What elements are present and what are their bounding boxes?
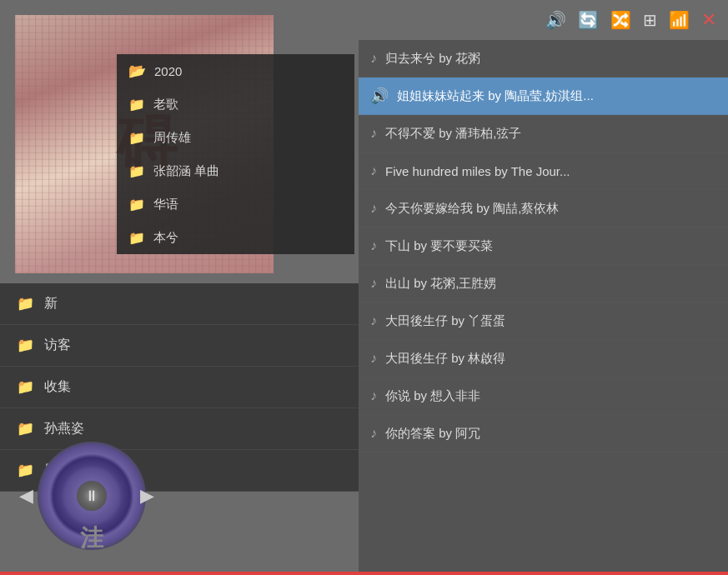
folder-icon: 📁 (17, 420, 34, 438)
folder-icon: 📁 (17, 337, 34, 354)
left-panel: 碍 📂 2020 📁 老歌 📁 周传雄 📁 张韶涵 单曲 📁 (0, 0, 359, 575)
playlist-item-label: 华语 (153, 197, 178, 212)
playlist-item-zhouchuan[interactable]: 📁 周传雄 (117, 121, 354, 154)
song-item-5[interactable]: ♪ 下山 by 要不要买菜 (359, 228, 728, 265)
note-icon: ♪ (370, 238, 377, 253)
song-item-4[interactable]: ♪ 今天你要嫁给我 by 陶喆,蔡依林 (359, 190, 728, 228)
song-item-2[interactable]: ♪ 不得不爱 by 潘玮柏,弦子 (359, 115, 728, 152)
song-list: ♪ 归去来兮 by 花粥 🔊 姐姐妹妹站起来 by 陶晶莹,妨淇组... ♪ 不… (359, 40, 728, 575)
song-item-8[interactable]: ♪ 大田後生仔 by 林啟得 (359, 340, 728, 378)
playlist-item-zhangshan[interactable]: 📁 张韶涵 单曲 (117, 154, 354, 188)
song-item-7[interactable]: ♪ 大田後生仔 by 丫蛋蛋 (359, 302, 728, 340)
playlist-item-label: 本兮 (153, 230, 178, 246)
song-item-0[interactable]: ♪ 归去来兮 by 花粥 (359, 40, 728, 78)
song-title: 出山 by 花粥,王胜娚 (385, 276, 496, 292)
repeat-icon[interactable]: 🔄 (576, 8, 600, 32)
progress-bar[interactable] (0, 572, 728, 575)
note-icon: ♪ (370, 51, 377, 66)
playlist-item-label: 2020 (154, 64, 182, 78)
note-icon: ♪ (370, 426, 377, 441)
bottom-item-label: 访客 (44, 337, 71, 354)
bottom-item-label: 孙燕姿 (44, 420, 84, 438)
playlist-item-label: 张韶涵 单曲 (153, 163, 219, 179)
note-icon: ♪ (370, 388, 377, 403)
toolbar: 🔊 🔄 🔀 ⊞ 📶 ✕ (359, 0, 728, 40)
folder-icon: 📁 (128, 163, 145, 179)
bottom-item-label: 收集 (44, 378, 71, 396)
song-title: 大田後生仔 by 林啟得 (385, 351, 505, 367)
song-title: 你的答案 by 阿冗 (385, 426, 480, 442)
folder-icon: 📁 (128, 197, 145, 212)
note-icon: ♪ (370, 313, 377, 328)
main-container: 碍 📂 2020 📁 老歌 📁 周传雄 📁 张韶涵 单曲 📁 (0, 0, 728, 575)
right-panel: 🔊 🔄 🔀 ⊞ 📶 ✕ ♪ 归去来兮 by 花粥 🔊 姐姐妹妹站起来 by 陶晶… (359, 0, 728, 575)
song-title: 归去来兮 by 花粥 (385, 51, 480, 67)
song-title: 大田後生仔 by 丫蛋蛋 (385, 313, 505, 329)
song-title: 不得不爱 by 潘玮柏,弦子 (385, 126, 521, 142)
song-title: 你说 by 想入非非 (385, 388, 480, 404)
playlist-item-huayu[interactable]: 📁 华语 (117, 188, 354, 221)
prev-button[interactable]: ◀ (19, 485, 33, 507)
volume-icon[interactable]: 🔊 (544, 8, 568, 32)
player-controls: ◀ ⏸ ▶ 洼 (13, 442, 171, 550)
song-title: 今天你要嫁给我 by 陶喆,蔡依林 (385, 201, 559, 217)
playlist-item-label: 老歌 (153, 97, 178, 112)
bottom-item-label: 新 (44, 295, 58, 312)
note-icon: ♪ (370, 201, 377, 216)
folder-icon: 📁 (128, 230, 145, 246)
playlist-item-laoGe[interactable]: 📁 老歌 (117, 88, 354, 121)
close-icon[interactable]: ✕ (700, 8, 718, 32)
next-button[interactable]: ▶ (140, 485, 154, 507)
song-title: 姐姐妹妹站起来 by 陶晶莹,妨淇组... (397, 88, 594, 104)
folder-icon: 📁 (128, 97, 145, 112)
bottom-item-shouji[interactable]: 📁 收集 (0, 367, 359, 408)
note-icon: ♪ (370, 276, 377, 291)
song-item-6[interactable]: ♪ 出山 by 花粥,王胜娚 (359, 265, 728, 302)
playlist-left: 📂 2020 📁 老歌 📁 周传雄 📁 张韶涵 单曲 📁 华语 📁 本兮 (117, 54, 354, 254)
song-item-1[interactable]: 🔊 姐姐妹妹站起来 by 陶晶莹,妨淇组... (359, 78, 728, 115)
note-icon: ♪ (370, 126, 377, 141)
shuffle-icon[interactable]: 🔀 (609, 8, 633, 32)
song-item-10[interactable]: ♪ 你的答案 by 阿冗 (359, 415, 728, 452)
bottom-char: 洼 (80, 522, 103, 554)
folder-icon: 📁 (128, 130, 145, 146)
playlist-item-benxi[interactable]: 📁 本兮 (117, 221, 354, 254)
folder-icon: 📁 (17, 378, 34, 396)
speaker-icon: 🔊 (370, 87, 389, 105)
folder-open-icon: 📂 (128, 62, 146, 80)
song-item-9[interactable]: ♪ 你说 by 想入非非 (359, 378, 728, 415)
song-item-3[interactable]: ♪ Five hundred miles by The Jour... (359, 152, 728, 190)
playlist-item-label: 周传雄 (153, 130, 191, 146)
playlist-item-2020[interactable]: 📂 2020 (117, 54, 354, 88)
bottom-item-fanke[interactable]: 📁 访客 (0, 325, 359, 367)
folder-icon: 📁 (17, 295, 34, 312)
note-icon: ♪ (370, 351, 377, 366)
grid-icon[interactable]: ⊞ (641, 8, 659, 32)
song-title: Five hundred miles by The Jour... (385, 164, 570, 178)
song-title: 下山 by 要不要买菜 (385, 238, 493, 254)
bottom-item-xin[interactable]: 📁 新 (0, 283, 359, 325)
rss-icon[interactable]: 📶 (667, 8, 691, 32)
note-icon: ♪ (370, 163, 377, 178)
play-pause-button[interactable]: ⏸ (77, 481, 107, 511)
